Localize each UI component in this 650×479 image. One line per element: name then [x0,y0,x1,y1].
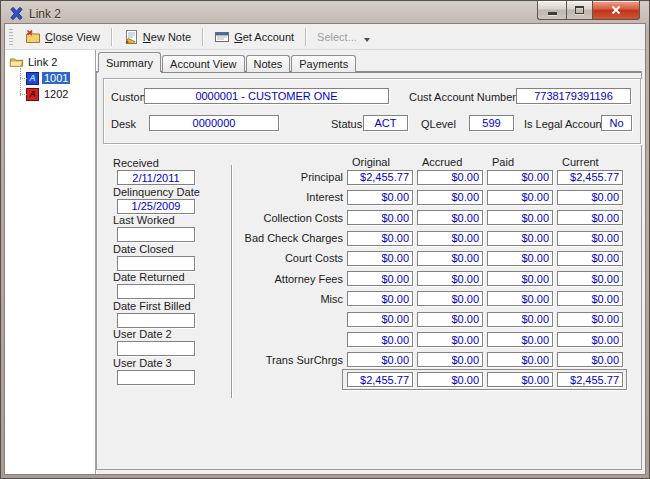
grid-cell[interactable]: $0.00 [487,291,553,306]
total-original: $2,455.77 [347,372,413,387]
customer-field[interactable]: 0000001 - CUSTOMER ONE [144,88,389,104]
row-label: Principal [223,171,343,183]
grid-cell[interactable]: $0.00 [417,170,483,185]
account-header-groupbox: Customer 0000001 - CUSTOMER ONE Cust Acc… [103,78,641,144]
grid-cell[interactable]: $0.00 [487,251,553,266]
desk-field[interactable]: 0000000 [149,115,279,131]
received-label: Received [113,157,208,170]
grid-cell[interactable]: $0.00 [417,190,483,205]
red-account-icon: A [26,88,39,101]
grid-cell[interactable]: $0.00 [487,190,553,205]
grid-cell[interactable]: $0.00 [557,210,623,225]
grid-cell[interactable]: $0.00 [417,352,483,367]
grid-cell[interactable]: $0.00 [487,332,553,347]
grid-cell[interactable]: $0.00 [347,210,413,225]
grid-cell[interactable]: $0.00 [417,332,483,347]
grid-cell[interactable]: $0.00 [487,312,553,327]
grid-cell[interactable]: $0.00 [347,231,413,246]
toolbar-separator [111,28,112,46]
grid-cell[interactable]: $0.00 [347,251,413,266]
grid-row-attorney-fees: Attorney Fees $0.00 $0.00 $0.00 $0.00 [223,268,623,288]
qlevel-field[interactable]: 599 [469,115,514,131]
grid-cell[interactable]: $0.00 [557,312,623,327]
get-account-button[interactable]: Get Account [206,26,302,48]
tab-notes[interactable]: Notes [246,55,291,72]
total-accrued: $0.00 [417,372,483,387]
grid-cell[interactable]: $0.00 [347,291,413,306]
date-closed-field[interactable] [117,256,195,271]
app-frame: Close View New Note Get Account Select..… [4,23,646,475]
status-field[interactable]: ACT [363,115,408,131]
toolbar-separator [202,28,203,46]
qlevel-label: QLevel [421,118,456,130]
grid-cell[interactable]: $0.00 [557,352,623,367]
tree-item-1001[interactable]: A 1001 [16,70,93,86]
user-date-2-field[interactable] [117,341,195,356]
grid-cell[interactable]: $0.00 [347,190,413,205]
date-first-billed-label: Date First Billed [113,300,208,313]
maximize-button[interactable] [566,1,593,20]
tree-panel: Link 2 A 1001 A 1202 [5,50,96,474]
tree-item-1202[interactable]: A 1202 [16,86,93,102]
toolbar: Close View New Note Get Account Select..… [5,24,645,50]
row-label: Misc [223,293,343,305]
folder-icon [9,55,24,69]
cust-account-number-field[interactable]: 7738179391196 [516,88,631,104]
grid-cell[interactable]: $0.00 [417,271,483,286]
grid-cell[interactable]: $0.00 [557,332,623,347]
grid-cell[interactable]: $0.00 [487,170,553,185]
total-current: $2,455.77 [557,372,623,387]
grid-cell[interactable]: $2,455.77 [347,170,413,185]
close-view-label: lose View [53,31,100,43]
grid-cell[interactable]: $0.00 [417,291,483,306]
new-note-button[interactable]: New Note [115,26,199,48]
grid-row-court-costs: Court Costs $0.00 $0.00 $0.00 $0.00 [223,248,623,268]
grid-cell[interactable]: $0.00 [557,271,623,286]
grid-cell[interactable]: $0.00 [347,332,413,347]
caption-buttons [537,1,640,20]
grid-row-interest: Interest $0.00 $0.00 $0.00 $0.00 [223,187,623,207]
grid-row-principal: Principal $2,455.77 $0.00 $0.00 $2,455.7… [223,167,623,187]
blue-account-icon: A [26,72,39,85]
grid-cell[interactable]: $0.00 [487,271,553,286]
grid-cell[interactable]: $0.00 [557,251,623,266]
grid-cell[interactable]: $0.00 [417,251,483,266]
title-bar[interactable]: Link 2 [4,4,646,23]
row-label: Bad Check Charges [223,232,343,244]
toolbar-grip[interactable] [9,29,13,45]
grid-cell[interactable]: $0.00 [557,231,623,246]
close-view-button[interactable]: Close View [17,26,108,48]
tab-summary[interactable]: Summary [98,52,161,72]
received-field[interactable]: 2/11/2011 [117,170,195,185]
grid-cell[interactable]: $0.00 [417,312,483,327]
last-worked-label: Last Worked [113,214,208,227]
grid-cell[interactable]: $0.00 [487,231,553,246]
grid-cell[interactable]: $0.00 [347,312,413,327]
close-button[interactable] [593,1,640,20]
total-paid: $0.00 [487,372,553,387]
grid-cell[interactable]: $0.00 [347,352,413,367]
last-worked-field[interactable] [117,227,195,242]
grid-row-trans-surchrgs: Trans SurChrgs $0.00 $0.00 $0.00 $0.00 [223,350,623,370]
grid-cell[interactable]: $0.00 [347,271,413,286]
minimize-button[interactable] [537,1,566,20]
grid-row-blank-2: $0.00 $0.00 $0.00 $0.00 [223,329,623,349]
grid-cell[interactable]: $2,455.77 [557,170,623,185]
select-label: Select... [317,31,357,43]
tab-payments[interactable]: Payments [291,55,356,72]
row-label: Interest [223,191,343,203]
grid-cell[interactable]: $0.00 [557,190,623,205]
date-first-billed-field[interactable] [117,313,195,328]
delinquency-date-label: Delinquency Date [113,186,208,199]
delinquency-date-field[interactable]: 1/25/2009 [117,199,195,214]
select-button[interactable]: Select... [309,28,378,46]
grid-cell[interactable]: $0.00 [487,352,553,367]
tab-account-view[interactable]: Account View [162,55,244,72]
grid-cell[interactable]: $0.00 [417,210,483,225]
grid-cell[interactable]: $0.00 [557,291,623,306]
is-legal-account-field[interactable]: No [601,115,632,131]
date-returned-field[interactable] [117,284,195,299]
grid-cell[interactable]: $0.00 [487,210,553,225]
grid-cell[interactable]: $0.00 [417,231,483,246]
user-date-3-field[interactable] [117,370,195,385]
